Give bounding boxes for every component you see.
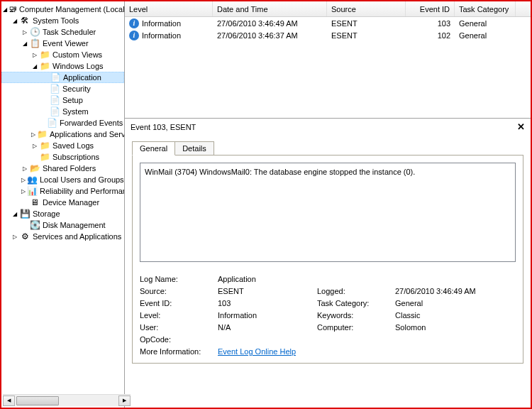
folder-icon: 📁	[39, 60, 50, 72]
detail-title: Event 103, ESENT	[131, 123, 196, 131]
tree-reliability[interactable]: ▷📊Reliability and Performance	[1, 185, 124, 197]
tree-saved-logs[interactable]: ▷📁Saved Logs	[1, 140, 124, 151]
tools-icon: 🛠	[19, 15, 31, 26]
label-computer: Computer:	[317, 323, 395, 332]
value-taskcat: General	[395, 299, 516, 307]
scroll-right-button[interactable]: ▶	[118, 396, 125, 406]
label-taskcat: Task Category:	[317, 299, 395, 307]
col-date[interactable]: Date and Time	[213, 1, 327, 16]
information-icon: i	[129, 18, 139, 28]
label-source: Source:	[140, 287, 218, 295]
tree-subscriptions[interactable]: ▷📁Subscriptions	[1, 151, 124, 163]
value-opcode	[218, 335, 317, 344]
label-moreinfo: More Information:	[140, 347, 218, 356]
tree-disk-mgmt[interactable]: ▷💽Disk Management	[1, 219, 124, 231]
cell-source: ESENT	[327, 17, 406, 29]
tree-services-apps[interactable]: ▷⚙Services and Applications	[1, 231, 124, 242]
tree-forwarded[interactable]: ▷📄Forwarded Events	[1, 117, 124, 129]
event-message[interactable]: WinMail (3704) WindowsMail0: The databas…	[140, 163, 516, 262]
perf-icon: 📊	[27, 185, 38, 197]
label-logname: Log Name:	[140, 275, 218, 283]
mmc-icon: 🖳	[9, 4, 17, 15]
event-log-help-link[interactable]: Event Log Online Help	[218, 347, 296, 356]
tree-task-scheduler[interactable]: ▷🕒Task Scheduler	[1, 26, 124, 38]
eventviewer-icon: 📋	[29, 38, 40, 49]
log-icon: 📄	[49, 106, 60, 117]
value-keywords: Classic	[395, 311, 516, 320]
tree-system-tools[interactable]: ◢🛠System Tools	[1, 15, 124, 26]
folder-icon: 📁	[37, 129, 48, 140]
tree-local-users[interactable]: ▷👥Local Users and Groups	[1, 174, 124, 185]
label-keywords: Keywords:	[317, 311, 395, 320]
cell-source: ESENT	[327, 29, 406, 41]
value-eventid: 103	[218, 299, 317, 307]
cell-date: 27/06/2010 3:46:37 AM	[213, 29, 327, 41]
close-detail-button[interactable]: ✕	[517, 121, 525, 132]
disk-icon: 💽	[29, 219, 40, 231]
label-logged: Logged:	[317, 287, 395, 295]
tree-device-manager[interactable]: ▷🖥Device Manager	[1, 197, 124, 208]
log-icon: 📄	[49, 94, 60, 106]
value-logname: Application	[218, 275, 317, 283]
log-icon: 📄	[49, 83, 60, 94]
information-icon: i	[129, 31, 139, 40]
grid-header: Level Date and Time Source Event ID Task…	[125, 1, 531, 17]
cell-id: 103	[406, 17, 455, 29]
label-level: Level:	[140, 311, 218, 320]
event-grid[interactable]: Level Date and Time Source Event ID Task…	[125, 1, 531, 118]
label-user: User:	[140, 323, 218, 332]
storage-icon: 💾	[19, 208, 31, 219]
tab-details[interactable]: Details	[174, 141, 214, 156]
tree-application[interactable]: ▷📄Application	[1, 72, 124, 83]
tree-setup[interactable]: ▷📄Setup	[1, 94, 124, 106]
tab-general[interactable]: General	[132, 141, 175, 156]
cell-level: Information	[142, 31, 181, 40]
cell-date: 27/06/2010 3:46:49 AM	[213, 17, 327, 29]
tab-panel-general: WinMail (3704) WindowsMail0: The databas…	[132, 155, 523, 364]
cell-cat: General	[455, 17, 516, 29]
log-icon: 📄	[47, 117, 57, 129]
col-event-id[interactable]: Event ID	[406, 1, 455, 16]
subscriptions-icon: 📁	[39, 151, 50, 163]
event-detail-pane: Event 103, ESENT ✕ General Details WinMa…	[125, 118, 531, 408]
value-computer: Solomon	[395, 323, 516, 332]
col-level[interactable]: Level	[125, 1, 213, 16]
col-source[interactable]: Source	[327, 1, 406, 16]
tree-root[interactable]: ◢🖳Computer Management (Local)	[1, 4, 124, 15]
cell-id: 102	[406, 29, 455, 41]
label-opcode: OpCode:	[140, 335, 218, 344]
tree-security[interactable]: ▷📄Security	[1, 83, 124, 94]
scroll-thumb[interactable]	[16, 396, 59, 405]
value-logged: 27/06/2010 3:46:49 AM	[395, 287, 516, 295]
col-task-category[interactable]: Task Category	[455, 1, 516, 16]
navigation-tree[interactable]: ◢🖳Computer Management (Local) ◢🛠System T…	[1, 1, 125, 408]
cell-level: Information	[142, 19, 181, 28]
label-eventid: Event ID:	[140, 299, 218, 307]
device-icon: 🖥	[29, 197, 40, 208]
scroll-left-button[interactable]: ◀	[3, 396, 15, 406]
clock-icon: 🕒	[29, 26, 40, 38]
tree-shared-folders[interactable]: ▷📂Shared Folders	[1, 163, 124, 174]
sharedfolder-icon: 📂	[29, 163, 40, 174]
users-icon: 👥	[27, 174, 38, 185]
event-properties: Log Name: Application Source: ESENT Logg…	[140, 275, 516, 356]
tree-storage[interactable]: ◢💾Storage	[1, 208, 124, 219]
tree-event-viewer[interactable]: ◢📋Event Viewer	[1, 38, 124, 49]
value-source: ESENT	[218, 287, 317, 295]
tree-horizontal-scrollbar[interactable]: ◀ ▶	[3, 394, 125, 406]
folder-icon: 📁	[39, 49, 50, 60]
value-user: N/A	[218, 323, 317, 332]
tree-windows-logs[interactable]: ◢📁Windows Logs	[1, 60, 124, 72]
log-icon: 📄	[50, 72, 61, 83]
tree-custom-views[interactable]: ▷📁Custom Views	[1, 49, 124, 60]
folder-icon: 📁	[39, 140, 50, 151]
value-level: Information	[218, 311, 317, 320]
grid-row[interactable]: iInformation 27/06/2010 3:46:49 AM ESENT…	[125, 17, 531, 29]
tree-app-services[interactable]: ▷📁Applications and Services Logs	[1, 129, 124, 140]
services-icon: ⚙	[19, 231, 31, 242]
cell-cat: General	[455, 29, 516, 41]
grid-row[interactable]: iInformation 27/06/2010 3:46:37 AM ESENT…	[125, 29, 531, 41]
tree-system[interactable]: ▷📄System	[1, 106, 124, 117]
